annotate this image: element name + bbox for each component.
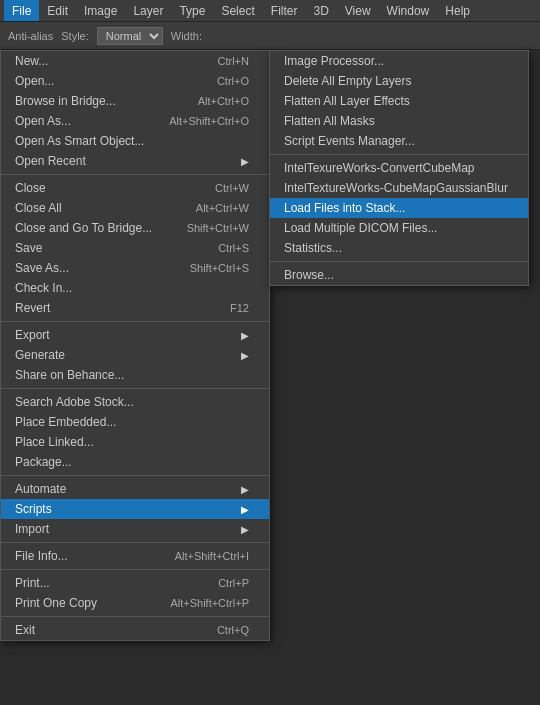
menu-item-new-label: New... <box>15 54 198 68</box>
menu-item-open-as-shortcut: Alt+Shift+Ctrl+O <box>169 115 249 127</box>
scripts-submenu: Image Processor... Delete All Empty Laye… <box>269 50 529 286</box>
separator-7 <box>1 616 269 617</box>
submenu-item-intel-convert-cubemap[interactable]: IntelTexureWorks-ConvertCubeMap <box>270 158 528 178</box>
menu-item-revert-shortcut: F12 <box>230 302 249 314</box>
menu-item-open-recent[interactable]: Open Recent ▶ <box>1 151 269 171</box>
submenu-item-flatten-layer-effects-label: Flatten All Layer Effects <box>284 94 514 108</box>
automate-arrow-icon: ▶ <box>241 484 249 495</box>
submenu-item-delete-empty-layers[interactable]: Delete All Empty Layers <box>270 71 528 91</box>
menu-item-export[interactable]: Export ▶ <box>1 325 269 345</box>
menu-item-generate-label: Generate <box>15 348 235 362</box>
import-arrow-icon: ▶ <box>241 524 249 535</box>
menu-item-close[interactable]: Close Ctrl+W <box>1 178 269 198</box>
menu-item-place-embedded-label: Place Embedded... <box>15 415 249 429</box>
menu-item-check-in[interactable]: Check In... <box>1 278 269 298</box>
menu-item-open-as[interactable]: Open As... Alt+Shift+Ctrl+O <box>1 111 269 131</box>
menu-item-exit-label: Exit <box>15 623 197 637</box>
submenu-item-statistics-label: Statistics... <box>284 241 514 255</box>
menu-item-open-smart-label: Open As Smart Object... <box>15 134 249 148</box>
menu-item-export-label: Export <box>15 328 235 342</box>
menu-item-revert[interactable]: Revert F12 <box>1 298 269 318</box>
menu-item-search-stock[interactable]: Search Adobe Stock... <box>1 392 269 412</box>
menu-item-new[interactable]: New... Ctrl+N <box>1 51 269 71</box>
submenu-item-intel-cubemap-gaussian[interactable]: IntelTextureWorks-CubeMapGaussianBlur <box>270 178 528 198</box>
width-label: Width: <box>171 30 202 42</box>
menu-item-exit-shortcut: Ctrl+Q <box>217 624 249 636</box>
submenu-item-load-dicom[interactable]: Load Multiple DICOM Files... <box>270 218 528 238</box>
menubar-item-image[interactable]: Image <box>76 0 125 21</box>
menu-item-print[interactable]: Print... Ctrl+P <box>1 573 269 593</box>
menu-item-import[interactable]: Import ▶ <box>1 519 269 539</box>
menu-item-automate[interactable]: Automate ▶ <box>1 479 269 499</box>
submenu-item-intel-convert-cubemap-label: IntelTexureWorks-ConvertCubeMap <box>284 161 514 175</box>
submenu-item-flatten-all-masks[interactable]: Flatten All Masks <box>270 111 528 131</box>
style-select[interactable]: Normal <box>97 27 163 45</box>
menu-item-share-behance-label: Share on Behance... <box>15 368 249 382</box>
menu-item-place-linked[interactable]: Place Linked... <box>1 432 269 452</box>
menu-item-open-recent-label: Open Recent <box>15 154 235 168</box>
submenu-item-load-files-stack[interactable]: Load Files into Stack... <box>270 198 528 218</box>
menubar-item-select[interactable]: Select <box>213 0 262 21</box>
menu-item-save[interactable]: Save Ctrl+S <box>1 238 269 258</box>
menu-item-print-one-copy[interactable]: Print One Copy Alt+Shift+Ctrl+P <box>1 593 269 613</box>
menubar-item-3d[interactable]: 3D <box>305 0 336 21</box>
export-arrow-icon: ▶ <box>241 330 249 341</box>
menu-item-share-behance[interactable]: Share on Behance... <box>1 365 269 385</box>
menu-item-save-as-shortcut: Shift+Ctrl+S <box>190 262 249 274</box>
menu-item-browse-bridge[interactable]: Browse in Bridge... Alt+Ctrl+O <box>1 91 269 111</box>
submenu-item-load-files-stack-label: Load Files into Stack... <box>284 201 514 215</box>
menu-item-browse-bridge-shortcut: Alt+Ctrl+O <box>198 95 249 107</box>
menu-item-exit[interactable]: Exit Ctrl+Q <box>1 620 269 640</box>
menu-item-revert-label: Revert <box>15 301 210 315</box>
menu-item-print-one-copy-shortcut: Alt+Shift+Ctrl+P <box>170 597 249 609</box>
file-dropdown-menu: New... Ctrl+N Open... Ctrl+O Browse in B… <box>0 50 270 641</box>
menu-item-save-shortcut: Ctrl+S <box>218 242 249 254</box>
menu-item-print-shortcut: Ctrl+P <box>218 577 249 589</box>
menu-item-package[interactable]: Package... <box>1 452 269 472</box>
menu-item-print-label: Print... <box>15 576 198 590</box>
menu-item-import-label: Import <box>15 522 235 536</box>
menu-item-save-as[interactable]: Save As... Shift+Ctrl+S <box>1 258 269 278</box>
toolbar: Anti-alias Style: Normal Width: <box>0 22 540 50</box>
submenu-separator-1 <box>270 154 528 155</box>
menu-item-browse-bridge-label: Browse in Bridge... <box>15 94 178 108</box>
menu-item-check-in-label: Check In... <box>15 281 249 295</box>
submenu-item-intel-cubemap-gaussian-label: IntelTextureWorks-CubeMapGaussianBlur <box>284 181 514 195</box>
submenu-separator-2 <box>270 261 528 262</box>
separator-6 <box>1 569 269 570</box>
menu-item-generate[interactable]: Generate ▶ <box>1 345 269 365</box>
separator-1 <box>1 174 269 175</box>
menu-item-scripts[interactable]: Scripts ▶ <box>1 499 269 519</box>
menu-item-automate-label: Automate <box>15 482 235 496</box>
menu-item-close-all-shortcut: Alt+Ctrl+W <box>196 202 249 214</box>
menu-item-close-go-bridge-label: Close and Go To Bridge... <box>15 221 167 235</box>
submenu-item-browse-label: Browse... <box>284 268 514 282</box>
separator-5 <box>1 542 269 543</box>
menu-item-open-smart[interactable]: Open As Smart Object... <box>1 131 269 151</box>
menu-item-close-go-bridge[interactable]: Close and Go To Bridge... Shift+Ctrl+W <box>1 218 269 238</box>
menubar-item-help[interactable]: Help <box>437 0 478 21</box>
submenu-item-browse[interactable]: Browse... <box>270 265 528 285</box>
menubar-item-type[interactable]: Type <box>171 0 213 21</box>
submenu-item-image-processor[interactable]: Image Processor... <box>270 51 528 71</box>
menu-item-close-all[interactable]: Close All Alt+Ctrl+W <box>1 198 269 218</box>
submenu-item-script-events-manager[interactable]: Script Events Manager... <box>270 131 528 151</box>
scripts-arrow-icon: ▶ <box>241 504 249 515</box>
separator-4 <box>1 475 269 476</box>
menubar-item-file[interactable]: File <box>4 0 39 21</box>
menu-item-open[interactable]: Open... Ctrl+O <box>1 71 269 91</box>
menubar-item-filter[interactable]: Filter <box>263 0 306 21</box>
menu-item-file-info[interactable]: File Info... Alt+Shift+Ctrl+I <box>1 546 269 566</box>
menu-item-close-all-label: Close All <box>15 201 176 215</box>
submenu-item-statistics[interactable]: Statistics... <box>270 238 528 258</box>
menubar-item-window[interactable]: Window <box>379 0 438 21</box>
menubar-item-layer[interactable]: Layer <box>125 0 171 21</box>
submenu-item-flatten-layer-effects[interactable]: Flatten All Layer Effects <box>270 91 528 111</box>
menubar-item-edit[interactable]: Edit <box>39 0 76 21</box>
menubar-item-view[interactable]: View <box>337 0 379 21</box>
main-area: New... Ctrl+N Open... Ctrl+O Browse in B… <box>0 50 540 705</box>
menu-item-close-label: Close <box>15 181 195 195</box>
menu-item-place-embedded[interactable]: Place Embedded... <box>1 412 269 432</box>
menu-item-save-as-label: Save As... <box>15 261 170 275</box>
menu-item-open-label: Open... <box>15 74 197 88</box>
